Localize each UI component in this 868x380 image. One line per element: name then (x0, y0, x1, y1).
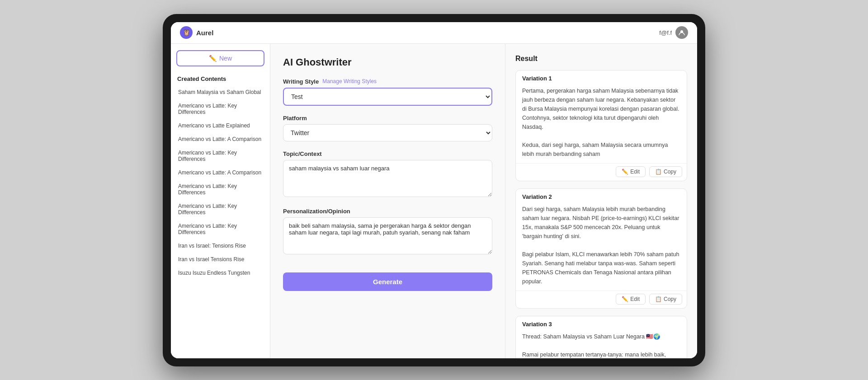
variation-actions-1: ✏️Edit📋Copy (516, 163, 687, 181)
writing-style-group: Writing Style Manage Writing Styles Test… (283, 78, 492, 106)
sidebar-item[interactable]: Iran vs Israel: Tensions Rise (175, 239, 266, 252)
new-button-label: New (219, 55, 232, 62)
writing-style-select[interactable]: Test Professional Casual (283, 88, 492, 106)
user-avatar[interactable] (675, 26, 688, 39)
sidebar-section-title: Created Contents (171, 73, 270, 86)
topic-textarea[interactable]: saham malaysia vs saham luar negara (283, 160, 492, 197)
variation-text-1: Pertama, pergerakan harga saham Malaysia… (516, 84, 687, 163)
sidebar-item[interactable]: Americano vs Latte: Key Differences (175, 220, 266, 239)
page-title: AI Ghostwriter (283, 56, 492, 68)
sidebar: ✏️ New Created Contents Saham Malaysia v… (171, 44, 270, 358)
new-button[interactable]: ✏️ New (176, 50, 264, 66)
variation-label-1: Variation 1 (516, 70, 687, 84)
variation-label-3: Variation 3 (516, 316, 687, 330)
sidebar-item[interactable]: Americano vs Latte: Key Differences (175, 180, 266, 199)
topic-label: Topic/Context (283, 150, 492, 157)
sidebar-item[interactable]: Americano vs Latte: Key Differences (175, 99, 266, 118)
result-panel: ResultVariation 1Pertama, pergerakan har… (505, 44, 697, 358)
variation-text-3: Thread: Saham Malaysia vs Saham Luar Neg… (516, 330, 687, 358)
sidebar-item[interactable]: Americano vs Latte: Key Differences (175, 146, 266, 165)
variation-actions-2: ✏️Edit📋Copy (516, 291, 687, 308)
topic-group: Topic/Context saham malaysia vs saham lu… (283, 150, 492, 199)
top-bar: 🦉 Aurel f@f.f (171, 22, 697, 44)
svg-text:🦉: 🦉 (183, 29, 191, 37)
personalization-textarea[interactable]: baik beli saham malaysia, sama je perger… (283, 217, 492, 254)
sidebar-item[interactable]: Americano vs Latte: Key Differences (175, 200, 266, 219)
result-title: Result (515, 55, 687, 63)
platform-select[interactable]: Twitter LinkedIn Instagram Facebook (283, 124, 492, 141)
writing-style-label: Writing Style Manage Writing Styles (283, 78, 492, 85)
platform-group: Platform Twitter LinkedIn Instagram Face… (283, 115, 492, 141)
manage-writing-styles-link[interactable]: Manage Writing Styles (322, 78, 377, 84)
copy-button-1[interactable]: 📋Copy (649, 166, 682, 177)
logo-area: 🦉 Aurel (180, 26, 213, 39)
variation-block-2: Variation 2Dari segi harga, saham Malays… (515, 188, 687, 309)
sidebar-item[interactable]: Americano vs Latte: A Comparison (175, 166, 266, 179)
variation-block-1: Variation 1Pertama, pergerakan harga sah… (515, 70, 687, 181)
new-icon: ✏️ (209, 55, 217, 62)
user-email: f@f.f (659, 29, 672, 36)
variation-label-2: Variation 2 (516, 189, 687, 203)
sidebar-item[interactable]: Americano vs Latte Explained (175, 119, 266, 132)
edit-button-2[interactable]: ✏️Edit (616, 294, 646, 305)
personalization-label: Personalization/Opinion (283, 208, 492, 215)
user-area: f@f.f (659, 26, 688, 39)
sidebar-item[interactable]: Isuzu Isuzu Endless Tungsten (175, 267, 266, 279)
content-area: AI Ghostwriter Writing Style Manage Writ… (270, 44, 697, 358)
sidebar-list: Saham Malaysia vs Saham GlobalAmericano … (171, 86, 270, 358)
sidebar-item[interactable]: Americano vs Latte: A Comparison (175, 133, 266, 145)
platform-label: Platform (283, 115, 492, 122)
copy-button-2[interactable]: 📋Copy (649, 294, 682, 305)
sidebar-item[interactable]: Saham Malaysia vs Saham Global (175, 86, 266, 99)
app-logo: 🦉 (180, 26, 193, 39)
personalization-group: Personalization/Opinion baik beli saham … (283, 208, 492, 256)
generate-button[interactable]: Generate (283, 272, 492, 291)
form-panel: AI Ghostwriter Writing Style Manage Writ… (270, 44, 505, 358)
variation-block-3: Variation 3Thread: Saham Malaysia vs Sah… (515, 316, 687, 358)
variation-text-2: Dari segi harga, saham Malaysia lebih mu… (516, 203, 687, 291)
edit-button-1[interactable]: ✏️Edit (616, 166, 646, 177)
sidebar-item[interactable]: Iran vs Israel Tensions Rise (175, 253, 266, 266)
app-name: Aurel (196, 29, 213, 37)
